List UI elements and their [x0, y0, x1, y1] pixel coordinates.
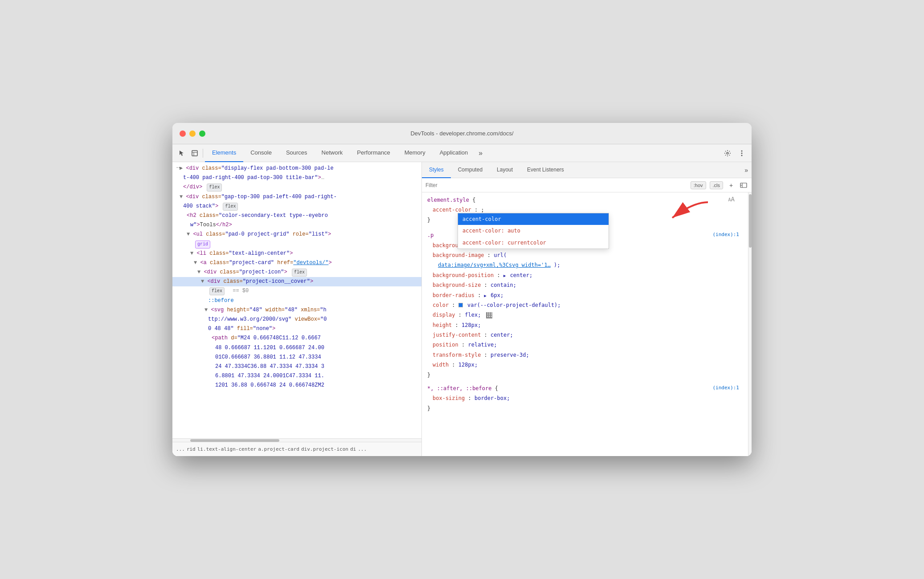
- main-content: ▶ <div class="display-flex pad-bottom-30…: [172, 162, 752, 456]
- css-value: url(: [494, 252, 507, 258]
- tab-console[interactable]: Console: [243, 144, 279, 162]
- dom-tree[interactable]: ▶ <div class="display-flex pad-bottom-30…: [172, 162, 421, 438]
- css-property: accent-color: [433, 207, 471, 213]
- css-property-line[interactable]: box-sizing : border-box;: [422, 393, 748, 403]
- css-property-line[interactable]: background-size : contain;: [422, 280, 748, 290]
- autocomplete-item[interactable]: accent-color: [458, 213, 609, 225]
- css-property-line[interactable]: background-position : ▶ center;: [422, 270, 748, 280]
- css-property: box-sizing: [433, 395, 465, 401]
- css-property: transform-style: [433, 352, 481, 358]
- dom-line: 1201 36.88 0.666748 24 0.666748ZM2: [172, 381, 421, 390]
- breadcrumb-item[interactable]: di: [350, 446, 356, 452]
- toolbar-right: [721, 147, 748, 159]
- css-property-line[interactable]: height : 128px;: [422, 320, 748, 330]
- color-swatch[interactable]: [458, 303, 463, 307]
- css-property-line[interactable]: border-radius : ▶ 6px;: [422, 290, 748, 300]
- tab-styles[interactable]: Styles: [422, 162, 451, 178]
- styles-tabs: Styles Computed Layout Event Listeners »: [422, 162, 752, 178]
- css-source[interactable]: (index):1: [712, 231, 739, 239]
- close-button[interactable]: [180, 130, 186, 137]
- dom-line-selected: ▼ <div class="project-icon__cover">: [172, 277, 421, 286]
- minimize-button[interactable]: [189, 130, 196, 137]
- css-close-brace-line: }: [422, 404, 748, 413]
- tab-computed[interactable]: Computed: [451, 162, 490, 178]
- svg-point-4: [741, 150, 743, 151]
- css-property-line[interactable]: width : 128px;: [422, 360, 748, 370]
- dom-line: ▶ <div class="display-flex pad-bottom-30…: [172, 164, 421, 173]
- dom-scrollbar[interactable]: [172, 438, 421, 442]
- dom-line: ▼ <svg height="48" width="48" xmlns="h: [172, 306, 421, 315]
- traffic-lights: [180, 130, 205, 137]
- css-rule-block: .p (index):1 background-color : currentC…: [422, 229, 748, 381]
- tab-application[interactable]: Application: [433, 144, 475, 162]
- font-size-icon[interactable]: AA: [728, 194, 735, 205]
- css-source[interactable]: (index):1: [712, 384, 739, 392]
- breadcrumb-item[interactable]: ...: [176, 446, 185, 452]
- svg-rect-0: [192, 151, 197, 156]
- dom-line: t-400 pad-right-400 pad-top-300 title-ba…: [172, 173, 421, 183]
- dom-line: 0 48 48" fill="none">: [172, 324, 421, 334]
- dom-line: ttp://www.w3.org/2000/svg" viewBox="0: [172, 315, 421, 324]
- css-value: border-box;: [474, 395, 510, 401]
- css-property-line[interactable]: data:image/svg+xml,%3Csvg width='1… );: [422, 260, 748, 270]
- css-property: display: [433, 312, 455, 318]
- tab-sources[interactable]: Sources: [279, 144, 315, 162]
- add-style-rule-icon[interactable]: +: [727, 181, 736, 190]
- kebab-menu-icon[interactable]: [736, 147, 748, 159]
- css-property-line[interactable]: display : flex;: [422, 310, 748, 320]
- tab-network[interactable]: Network: [315, 144, 350, 162]
- css-value: 128px;: [458, 362, 478, 368]
- dom-line: 6.8801 47.3334 24.0001C47.3334 11.: [172, 371, 421, 381]
- css-link[interactable]: data:image/svg+xml,%3Csvg width='1…: [438, 262, 551, 268]
- css-value: contain;: [491, 282, 516, 288]
- breadcrumb-item[interactable]: div.project-icon: [301, 446, 348, 452]
- breadcrumb-item[interactable]: ...: [358, 446, 367, 452]
- css-property: background-image: [433, 252, 484, 258]
- css-value: flex;: [465, 312, 481, 318]
- filter-input[interactable]: [425, 182, 687, 188]
- tab-performance[interactable]: Performance: [350, 144, 397, 162]
- dom-line: 48 0.666687 11.1201 0.666687 24.00: [172, 343, 421, 353]
- dom-line: flex == $0: [172, 286, 421, 296]
- css-value: center;: [491, 332, 513, 338]
- settings-icon[interactable]: [721, 147, 734, 159]
- dom-line: 400 stack"> flex: [172, 202, 421, 211]
- dom-panel: ▶ <div class="display-flex pad-bottom-30…: [172, 162, 422, 456]
- tab-memory[interactable]: Memory: [397, 144, 433, 162]
- dom-line: 01C0.666687 36.8801 11.12 47.3334: [172, 353, 421, 362]
- breadcrumb-item[interactable]: li.text-align-center: [197, 446, 256, 452]
- css-value: preserve-3d;: [491, 352, 529, 358]
- more-tabs-button[interactable]: »: [475, 144, 486, 162]
- css-value: relative;: [468, 342, 497, 348]
- cursor-icon[interactable]: [176, 147, 188, 159]
- css-rule-block-universal: *, ::after, ::before { (index):1 box-siz…: [422, 383, 748, 414]
- more-style-tabs-button[interactable]: »: [741, 162, 752, 178]
- css-selector-line: element.style {: [422, 195, 748, 205]
- tab-layout[interactable]: Layout: [490, 162, 520, 178]
- dom-scrollbar-thumb: [190, 439, 279, 442]
- breadcrumb-item[interactable]: rid: [187, 446, 196, 452]
- toolbar-divider: [203, 149, 203, 158]
- dom-line: <path d="M24 0.666748C11.12 0.6667: [172, 334, 421, 343]
- vertical-scrollbar[interactable]: [748, 192, 752, 456]
- css-property-line[interactable]: position : relative;: [422, 340, 748, 350]
- hov-button[interactable]: :hov: [691, 181, 706, 189]
- autocomplete-dropdown[interactable]: accent-color accent-color: auto accent-c…: [458, 213, 609, 249]
- autocomplete-item[interactable]: accent-color: auto: [458, 225, 609, 236]
- css-property-line[interactable]: transform-style : preserve-3d;: [422, 350, 748, 360]
- breadcrumb-item[interactable]: a.project-card: [258, 446, 299, 452]
- maximize-button[interactable]: [199, 130, 205, 137]
- tab-event-listeners[interactable]: Event Listeners: [520, 162, 571, 178]
- more-options-button[interactable]: …: [176, 162, 182, 169]
- cls-button[interactable]: .cls: [710, 181, 724, 189]
- toggle-element-state-icon[interactable]: [739, 181, 748, 190]
- autocomplete-item[interactable]: accent-color: currentcolor: [458, 237, 609, 249]
- css-property-line[interactable]: color : var(--color-project-default);: [422, 300, 748, 310]
- css-property-line[interactable]: justify-content : center;: [422, 330, 748, 340]
- tab-elements[interactable]: Elements: [205, 144, 243, 162]
- styles-main: element.style { accent-color : ; }: [422, 192, 752, 456]
- css-property-line[interactable]: background-image : url(: [422, 250, 748, 260]
- inspect-icon[interactable]: [188, 147, 201, 159]
- css-value: var(--color-project-default);: [467, 302, 561, 308]
- styles-panel: Styles Computed Layout Event Listeners »: [422, 162, 752, 456]
